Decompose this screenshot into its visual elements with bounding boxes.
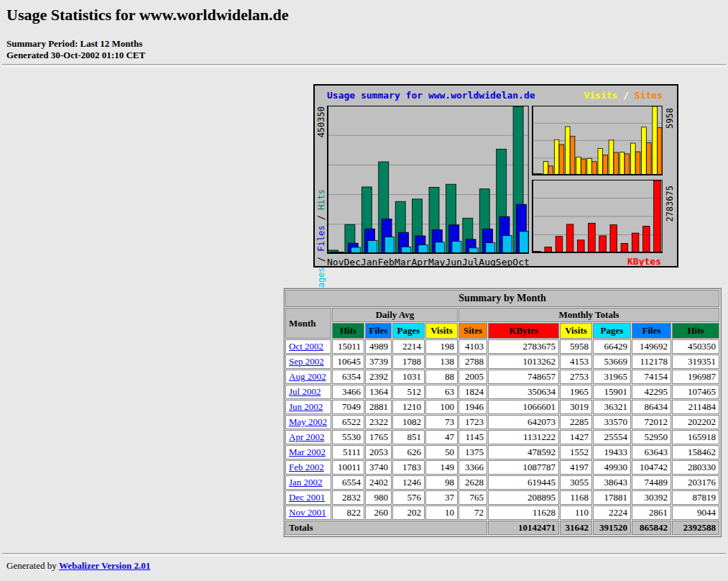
value-cell: 280330	[672, 460, 719, 475]
summary-table-wrap: Summary by Month Month Daily Avg Monthly…	[283, 288, 722, 537]
month-axis-label: Jul	[462, 257, 479, 267]
month-link[interactable]: Nov 2001	[289, 507, 326, 518]
value-cell: 822	[332, 505, 364, 520]
kbytes-bar-graph	[532, 180, 663, 253]
value-cell: 1552	[560, 445, 592, 459]
value-cell: 1066601	[488, 400, 559, 414]
table-row: Mar 200251112053626501375478592155219433…	[285, 445, 719, 459]
value-cell: 980	[365, 490, 392, 505]
horizontal-rule-bottom	[2, 553, 726, 556]
table-row: Apr 200255301765851471145113122214272555…	[285, 430, 719, 444]
month-axis-label: Jun	[445, 257, 461, 267]
month-link[interactable]: Sep 2002	[289, 356, 324, 367]
month-column-header: Month	[285, 308, 331, 339]
page-header: Usage Statistics for www.worldwidelan.de…	[6, 6, 289, 60]
value-cell: 2783675	[488, 339, 559, 354]
month-link[interactable]: Feb 2002	[289, 462, 324, 472]
month-link[interactable]: Apr 2002	[289, 431, 324, 442]
value-cell: 450350	[672, 339, 719, 354]
kbytes-axis-label: KBytes	[627, 256, 661, 267]
column-header-files: Files	[365, 323, 392, 339]
webalizer-version-link[interactable]: Webalizer Version 2.01	[59, 560, 150, 571]
value-cell: 2392	[365, 370, 392, 384]
value-cell: 765	[459, 490, 487, 505]
value-cell: 2322	[365, 415, 392, 429]
left-axis-series-label: Pages / Files / Hits	[316, 189, 326, 293]
totals-label: Totals	[285, 521, 487, 535]
value-cell: 4989	[365, 339, 392, 354]
value-cell: 208895	[488, 490, 559, 505]
month-link[interactable]: Oct 2002	[289, 341, 323, 352]
value-cell: 1783	[392, 460, 425, 475]
totals-value-cell: 865842	[632, 521, 671, 535]
value-cell: 7049	[332, 400, 364, 414]
table-row: Jun 200270492881121010019461066601301936…	[285, 400, 719, 414]
month-axis-label: Sep	[496, 257, 512, 267]
value-cell: 138	[425, 354, 458, 369]
value-cell: 4197	[560, 460, 592, 475]
usage-summary-graph: Usage summary for www.worldwidelan.de Vi…	[313, 84, 678, 267]
value-cell: 1013262	[488, 354, 559, 369]
month-link[interactable]: Aug 2002	[289, 371, 326, 382]
chart-legend: Visits / Sites	[584, 90, 663, 101]
value-cell: 10645	[332, 354, 364, 369]
month-link[interactable]: Mar 2002	[289, 447, 326, 457]
value-cell: 5958	[560, 339, 592, 354]
value-cell: 3740	[365, 460, 392, 475]
month-axis-label: May	[428, 257, 445, 267]
column-header-pages: Pages	[392, 323, 425, 339]
table-row: Feb 200210011374017831493366108778741974…	[285, 460, 719, 475]
table-row: May 200265222322108273172364207322853357…	[285, 415, 719, 429]
value-cell: 10	[425, 505, 458, 520]
month-cell: Oct 2002	[285, 339, 331, 354]
value-cell: 3739	[365, 354, 392, 369]
value-cell: 86434	[632, 400, 671, 414]
value-cell: 6522	[332, 415, 364, 429]
value-cell: 100	[425, 400, 458, 414]
table-row: Dec 200128329805763776520889511681788130…	[285, 490, 719, 505]
month-link[interactable]: Jan 2002	[289, 477, 323, 488]
value-cell: 1765	[365, 430, 392, 444]
totals-value-cell: 10142471	[488, 521, 559, 535]
value-cell: 1946	[459, 400, 487, 414]
value-cell: 202	[392, 505, 425, 520]
daily-avg-group-header: Daily Avg	[332, 308, 458, 322]
value-cell: 74489	[632, 475, 671, 490]
value-cell: 1246	[392, 475, 425, 490]
month-axis-label: Apr	[411, 257, 428, 267]
value-cell: 107465	[672, 385, 719, 399]
value-cell: 9044	[672, 505, 719, 520]
value-cell: 2881	[365, 400, 392, 414]
value-cell: 112178	[632, 354, 671, 369]
month-link[interactable]: Jun 2002	[289, 401, 323, 412]
value-cell: 50	[425, 445, 458, 459]
value-cell: 2224	[593, 505, 631, 520]
value-cell: 37	[425, 490, 458, 505]
footer-text: Generated by	[6, 560, 59, 571]
value-cell: 3055	[560, 475, 592, 490]
value-cell: 1031	[392, 370, 425, 384]
value-cell: 4103	[459, 339, 487, 354]
month-cell: Jul 2002	[285, 385, 331, 399]
value-cell: 2214	[392, 339, 425, 354]
value-cell: 1082	[392, 415, 425, 429]
value-cell: 1965	[560, 385, 592, 399]
value-cell: 851	[392, 430, 425, 444]
visits-sites-bar-graph	[532, 106, 663, 175]
value-cell: 2285	[560, 415, 592, 429]
month-cell: Dec 2001	[285, 490, 331, 505]
summary-by-month-table: Summary by Month Month Daily Avg Monthly…	[283, 288, 722, 537]
value-cell: 149692	[632, 339, 671, 354]
month-axis-label: Nov	[327, 257, 344, 267]
value-cell: 6554	[332, 475, 364, 490]
table-row: Sep 200210645373917881382788101326241535…	[285, 354, 719, 369]
month-link[interactable]: Jul 2002	[289, 386, 321, 397]
value-cell: 626	[392, 445, 425, 459]
month-axis-label: Mar	[395, 257, 411, 267]
value-cell: 512	[392, 385, 425, 399]
value-cell: 10011	[332, 460, 364, 475]
month-link[interactable]: Dec 2001	[289, 492, 325, 503]
value-cell: 260	[365, 505, 392, 520]
month-link[interactable]: May 2002	[289, 416, 327, 427]
legend-visits-label: Visits	[584, 90, 617, 101]
